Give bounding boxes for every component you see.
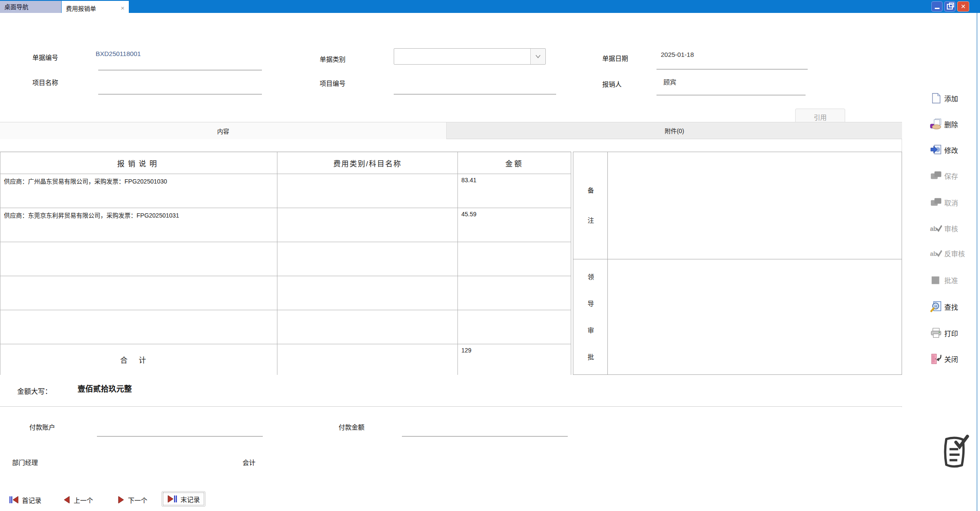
delete-icon	[930, 118, 943, 131]
title-bar	[0, 0, 980, 13]
doc-date-input[interactable]	[656, 69, 808, 69]
project-name-input[interactable]	[98, 94, 262, 94]
modify-icon	[930, 143, 943, 156]
toolbar-unaudit-button[interactable]: ab 反审核	[930, 245, 978, 262]
tab-desktop-nav[interactable]: 桌面导航	[0, 1, 61, 13]
window-restore-button[interactable]	[944, 1, 955, 12]
table-cell-desc[interactable]	[0, 242, 277, 276]
total-row-label: 合计	[0, 344, 277, 375]
table-cell-category[interactable]	[277, 174, 458, 208]
project-name-label: 项目名称	[32, 78, 58, 87]
doc-type-label: 单据类别	[320, 54, 345, 63]
toolbar-approve-label: 批准	[944, 275, 958, 285]
toolbar-cancel-button[interactable]: 取消	[930, 194, 978, 211]
doc-no-input[interactable]	[98, 70, 262, 70]
table-cell-category[interactable]	[277, 242, 458, 276]
payment-account-label: 付款账户	[29, 422, 55, 431]
add-icon	[930, 92, 943, 105]
cancel-icon	[930, 196, 943, 209]
toolbar-close-button[interactable]: 关闭	[930, 350, 978, 368]
table-cell-amount[interactable]	[458, 242, 571, 276]
doc-type-selected-value	[394, 49, 530, 64]
doc-type-dropdown-button[interactable]	[530, 49, 545, 64]
dept-manager-label: 部门经理	[12, 458, 38, 467]
next-record-button[interactable]: 下一个	[117, 493, 147, 506]
amount-in-words-label: 金额大写：	[17, 386, 52, 396]
inner-tab-bar: 内容 附件(0)	[0, 122, 902, 139]
col-header-category: 费用类别/科目名称	[277, 152, 458, 174]
toolbar-add-button[interactable]: 添加	[930, 90, 978, 107]
first-record-button[interactable]: 首记录	[9, 493, 41, 506]
window-minimize-button[interactable]	[931, 1, 943, 12]
tab-content[interactable]: 内容	[0, 122, 446, 139]
last-record-button[interactable]: 末记录	[162, 491, 205, 507]
remark-label-column: 备注	[573, 152, 608, 259]
find-icon: H	[930, 300, 943, 313]
remark-textarea[interactable]	[608, 152, 902, 259]
table-cell-desc[interactable]	[0, 310, 277, 344]
toolbar-print-label: 打印	[944, 328, 958, 338]
leader-approval-label-column: 领导审批	[573, 259, 608, 374]
accountant-label: 会计	[243, 458, 255, 467]
table-cell-desc[interactable]: 供应商：广州晶东贸易有限公司，采购发票：FPG202501030	[0, 174, 277, 208]
toolbar-audit-button[interactable]: ab 审核	[930, 220, 978, 237]
table-cell-amount[interactable]	[458, 276, 571, 310]
doc-date-label: 单据日期	[602, 53, 628, 62]
window-right-border	[976, 13, 978, 511]
window-close-icon: ✕	[961, 3, 966, 10]
tab-close-icon[interactable]: ×	[121, 5, 124, 11]
svg-text:ab: ab	[930, 250, 937, 257]
table-cell-category[interactable]	[277, 310, 458, 344]
project-no-label: 项目编号	[320, 78, 345, 87]
reimburser-label: 报销人	[602, 79, 622, 88]
remark-box: 备注	[573, 152, 902, 259]
table-cell-amount[interactable]: 83.41	[458, 174, 571, 208]
leader-approval-textarea[interactable]	[608, 259, 902, 374]
col-header-amount: 金额	[458, 152, 571, 174]
prev-record-label: 上一个	[74, 495, 93, 505]
toolbar-save-button[interactable]: 保存	[930, 167, 978, 184]
reimburser-input[interactable]	[656, 95, 806, 95]
prev-record-icon	[63, 495, 71, 505]
table-cell-category[interactable]	[277, 208, 458, 242]
payment-amount-input[interactable]	[402, 436, 568, 436]
table-cell-amount[interactable]: 45.59	[458, 208, 571, 242]
payment-amount-label: 付款金额	[339, 422, 364, 431]
toolbar-modify-button[interactable]: 修改	[930, 141, 978, 159]
print-icon	[930, 327, 943, 340]
project-no-input[interactable]	[394, 94, 556, 94]
unaudit-icon: ab	[930, 247, 943, 260]
table-cell-amount[interactable]	[458, 310, 571, 344]
prev-record-button[interactable]: 上一个	[63, 493, 93, 506]
tab-attachments[interactable]: 附件(0)	[446, 122, 902, 139]
window-close-button[interactable]: ✕	[957, 1, 969, 12]
save-icon	[930, 169, 943, 182]
audit-icon: ab	[930, 222, 943, 235]
doc-type-select[interactable]	[394, 48, 546, 65]
svg-text:H: H	[934, 304, 937, 308]
toolbar-approve-button[interactable]: 批准	[930, 271, 978, 289]
toolbar-audit-label: 审核	[944, 223, 958, 234]
table-cell-category[interactable]	[277, 276, 458, 310]
toolbar-add-label: 添加	[944, 93, 958, 103]
table-cell-desc[interactable]: 供应商：东莞京东利昇贸易有限公司，采购发票：FPG202501031	[0, 208, 277, 242]
tab-expense-form[interactable]: 费用报销单 ×	[62, 1, 129, 15]
note-check-icon	[941, 434, 969, 473]
toolbar-find-label: 查找	[944, 302, 958, 312]
total-row-amount: 129	[458, 344, 571, 375]
last-record-label: 末记录	[180, 495, 200, 504]
toolbar-delete-button[interactable]: 删除	[930, 115, 978, 133]
last-record-icon	[167, 494, 177, 504]
toolbar-save-label: 保存	[944, 171, 958, 181]
next-record-label: 下一个	[128, 495, 147, 505]
first-record-label: 首记录	[22, 495, 41, 505]
payment-account-input[interactable]	[97, 436, 263, 436]
toolbar-unaudit-label: 反审核	[944, 248, 965, 259]
table-cell-desc[interactable]	[0, 276, 277, 310]
leader-approval-box: 领导审批	[573, 259, 902, 375]
tab-expense-form-label: 费用报销单	[66, 4, 96, 12]
toolbar-cancel-label: 取消	[944, 197, 958, 208]
toolbar-print-button[interactable]: 打印	[930, 324, 978, 342]
total-row-category	[277, 344, 458, 375]
toolbar-find-button[interactable]: H 查找	[930, 298, 978, 315]
